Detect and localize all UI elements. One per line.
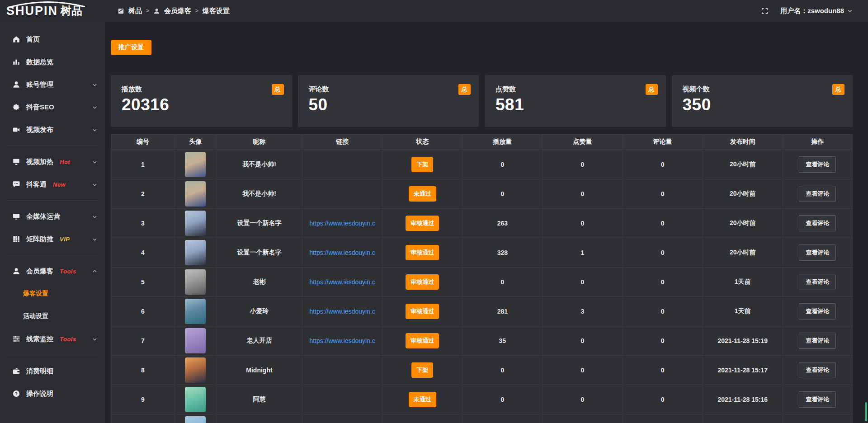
status-button[interactable]: 审核通过 — [406, 216, 439, 231]
avatar — [185, 152, 206, 177]
vip-badge: VIP — [60, 236, 70, 243]
chevron-down-icon — [92, 127, 98, 133]
table-row: 6 小爱玲 https://www.iesdouyin.c 审核通过 281 3… — [111, 297, 853, 326]
video-link[interactable]: https://www.iesdouyin.c — [302, 278, 382, 286]
sidebar-item-video-heat[interactable]: 视频加热 Hot — [0, 150, 105, 173]
top-bar: SHUPIN 树品 树品 > 会员爆客 > 爆客设置 用户名：zswodun88 — [0, 0, 868, 22]
cell-id: 4 — [111, 238, 175, 268]
view-comments-button[interactable]: 查看评论 — [799, 244, 836, 261]
view-comments-button[interactable]: 查看评论 — [799, 362, 836, 378]
table-row: 3 设置一个新名字 https://www.iesdouyin.c 审核通过 2… — [111, 209, 853, 238]
stat-value: 50 — [309, 95, 468, 114]
sidebar-divider — [6, 255, 99, 255]
scrollbar-thumb[interactable] — [865, 402, 867, 421]
view-comments-button[interactable]: 查看评论 — [799, 333, 836, 349]
cell-comments: 0 — [623, 326, 703, 356]
sidebar-item-operation-guide[interactable]: ? 操作说明 — [0, 382, 105, 405]
avatar — [185, 416, 206, 423]
monitor-icon — [12, 212, 20, 221]
status-button[interactable]: 审核通过 — [406, 304, 439, 319]
user-icon — [12, 80, 20, 89]
sidebar-item-omnimedia[interactable]: 全媒体运营 — [0, 205, 105, 228]
breadcrumb-section[interactable]: 会员爆客 — [164, 7, 191, 15]
stat-cards: 播放数 20316 总 评论数 50 总 点赞数 581 总 视频个数 350 … — [111, 75, 853, 127]
cell-link — [302, 414, 382, 423]
stat-label: 视频个数 — [683, 85, 842, 94]
bar-chart-icon — [12, 58, 20, 66]
view-comments-button[interactable]: 查看评论 — [799, 391, 836, 408]
chevron-down-icon — [92, 82, 98, 88]
video-link[interactable]: https://www.iesdouyin.c — [302, 337, 382, 344]
video-link[interactable]: https://www.iesdouyin.c — [302, 249, 382, 256]
cell-link — [302, 356, 382, 385]
home-icon — [12, 35, 20, 44]
sidebar-item-data-overview[interactable]: 数据总览 — [0, 51, 105, 73]
video-link[interactable]: https://www.iesdouyin.c — [302, 308, 382, 315]
stat-label: 评论数 — [309, 85, 468, 94]
view-comments-button[interactable]: 查看评论 — [799, 274, 836, 290]
view-comments-button[interactable]: 查看评论 — [799, 156, 836, 173]
cell-link: https://www.iesdouyin.c — [302, 209, 382, 238]
sidebar-item-matrix-boost[interactable]: 矩阵助推 VIP — [0, 228, 105, 250]
sidebar-subitem-baoke-settings[interactable]: 爆客设置 — [0, 282, 105, 305]
table-row: 7 老人开店 https://www.iesdouyin.c 审核通过 35 0… — [111, 326, 853, 356]
video-link[interactable]: https://www.iesdouyin.c — [302, 220, 382, 227]
status-button[interactable]: 审核通过 — [406, 245, 439, 260]
promotion-settings-button[interactable]: 推广设置 — [111, 40, 151, 55]
cell-actions: 查看评论 — [783, 297, 852, 326]
wallet-icon — [12, 367, 20, 376]
sidebar-item-video-publish[interactable]: 视频发布 — [0, 118, 105, 141]
breadcrumb-current: 爆客设置 — [203, 7, 230, 15]
total-badge: 总 — [272, 84, 284, 95]
svg-text:?: ? — [15, 391, 18, 396]
hot-badge: Hot — [60, 159, 70, 165]
stat-value: 581 — [495, 95, 655, 114]
sidebar-item-douyin-seo[interactable]: 抖音SEO — [0, 96, 105, 118]
avatar — [185, 387, 206, 412]
chevron-down-icon — [92, 159, 98, 165]
status-button[interactable]: 审核通过 — [406, 333, 439, 348]
gear-icon — [12, 103, 20, 112]
status-button[interactable]: 未通过 — [409, 186, 436, 202]
user-menu[interactable]: 用户名：zswodun88 — [780, 7, 853, 15]
sidebar-divider — [6, 146, 99, 146]
sidebar-item-spending-details[interactable]: 消费明细 — [0, 360, 105, 382]
sliders-icon — [12, 335, 20, 343]
stat-card-comments: 评论数 50 总 — [298, 75, 479, 127]
cell-plays: 328 — [462, 238, 542, 268]
fullscreen-icon[interactable] — [761, 7, 769, 15]
breadcrumb-separator: > — [195, 8, 198, 14]
cell-avatar — [175, 179, 217, 209]
status-button[interactable]: 未通过 — [409, 392, 436, 407]
cell-nickname: 我不是小帅! — [216, 179, 302, 209]
cell-link — [302, 179, 382, 209]
sidebar-item-lead-monitor[interactable]: 线索监控 Tools — [0, 328, 105, 350]
view-comments-button[interactable]: 查看评论 — [799, 215, 836, 231]
chevron-down-icon — [92, 214, 98, 220]
view-comments-button[interactable]: 查看评论 — [799, 186, 836, 202]
col-plays: 播放量 — [462, 134, 542, 150]
status-button[interactable]: 下架 — [411, 362, 433, 378]
cell-nickname: 我不是小帅! — [216, 150, 302, 179]
sidebar-item-account-management[interactable]: 账号管理 — [0, 73, 105, 96]
cell-status: 下架 — [382, 356, 462, 385]
sidebar-item-label: 视频发布 — [26, 126, 53, 134]
cell-comments: 0 — [623, 238, 703, 268]
sidebar-subitem-activity-settings[interactable]: 活动设置 — [0, 305, 105, 328]
cell-comments: 0 — [623, 356, 703, 385]
cell-id: 5 — [111, 268, 175, 297]
breadcrumb-home[interactable]: 树品 — [128, 7, 142, 15]
sidebar-item-douketong[interactable]: 抖客通 New — [0, 173, 105, 196]
avatar — [185, 181, 206, 207]
topbar-right: 用户名：zswodun88 — [761, 7, 868, 15]
status-button[interactable]: 审核通过 — [406, 274, 439, 290]
sidebar-item-member-baoke[interactable]: 会员爆客 Tools — [0, 260, 105, 282]
view-comments-button[interactable]: 查看评论 — [799, 303, 836, 320]
cell-likes: 0 — [542, 150, 623, 179]
status-button[interactable]: 下架 — [411, 157, 433, 172]
sidebar-item-home[interactable]: 首页 — [0, 28, 105, 51]
screen-icon — [12, 158, 20, 166]
cell-nickname: 阿慧 — [216, 385, 302, 414]
cell-publish-time: 20小时前 — [703, 179, 783, 209]
col-avatar: 头像 — [175, 134, 217, 150]
